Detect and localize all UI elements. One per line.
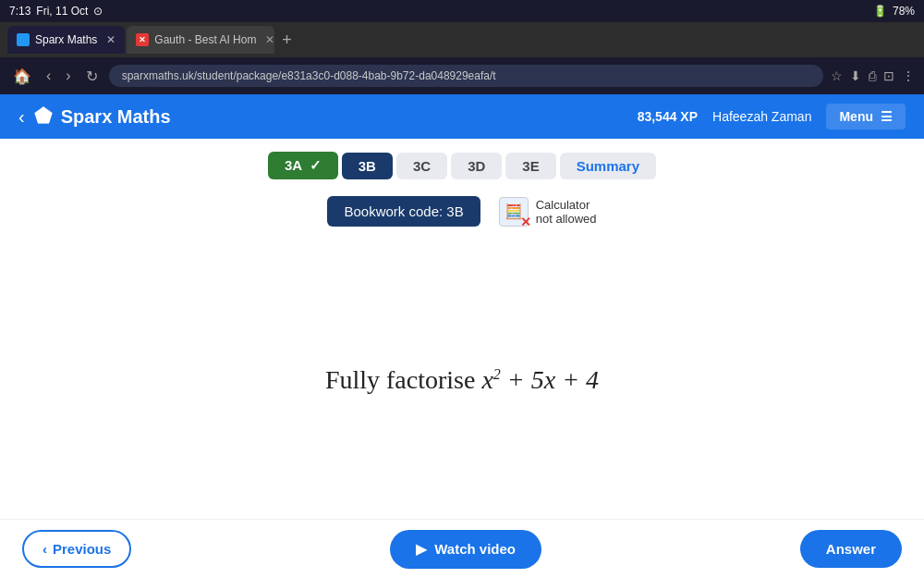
bookwork-code: Bookwork code: 3B (327, 196, 480, 227)
menu-button[interactable]: Menu ☰ (826, 104, 906, 129)
tab-sparx[interactable]: Sparx Maths ✕ (7, 26, 125, 54)
tab-3c[interactable]: 3C (396, 153, 447, 179)
prev-chevron-icon: ‹ (43, 541, 47, 557)
gauth-favicon: ✕ (136, 33, 149, 46)
logo-icon: ⬟ (34, 105, 52, 129)
status-circle-icon: ⊙ (93, 5, 103, 18)
back-button[interactable]: ‹ (18, 106, 25, 128)
xp-badge: 83,544 XP (638, 109, 698, 124)
battery-icon: 🔋 (873, 5, 887, 18)
nav-forward-button[interactable]: › (62, 64, 74, 88)
browser-tab-bar: Sparx Maths ✕ ✕ Gauth - Best AI Hom ✕ + (0, 22, 924, 57)
user-name: Hafeezah Zaman (712, 109, 811, 124)
status-bar: 7:13 Fri, 11 Oct ⊙ 🔋 78% (0, 0, 924, 22)
math-expression: x2 + 5x + 4 (481, 365, 599, 394)
bookwork-area: Bookwork code: 3B 🧮 ✕ Calculator not all… (0, 187, 924, 241)
tab-3d[interactable]: 3D (451, 153, 502, 179)
previous-button[interactable]: ‹ Previous (22, 530, 131, 568)
translate-icon[interactable]: ⎙ (869, 68, 876, 83)
account-icon[interactable]: ⊡ (883, 68, 894, 83)
browser-actions: ☆ ⬇ ⎙ ⊡ ⋮ (831, 68, 915, 83)
menu-label: Menu (839, 109, 873, 124)
tab-3b[interactable]: 3B (342, 153, 393, 179)
tab-gauth-close[interactable]: ✕ (265, 33, 274, 46)
sparx-favicon (17, 33, 30, 46)
nav-back-button[interactable]: ‹ (43, 64, 55, 88)
tab-3e[interactable]: 3E (505, 153, 555, 179)
logo-title: Sparx Maths (61, 106, 171, 128)
bottom-nav: ‹ Previous ▶ Watch video Answer (0, 519, 924, 578)
question-prefix: Fully factorise (325, 365, 482, 394)
watch-label: Watch video (434, 541, 516, 557)
tab-sparx-label: Sparx Maths (35, 33, 97, 46)
previous-label: Previous (53, 541, 111, 557)
video-icon: ▶ (416, 541, 427, 558)
calculator-notice: 🧮 ✕ Calculator not allowed (499, 197, 597, 227)
address-input[interactable] (109, 65, 823, 87)
tab-summary[interactable]: Summary (560, 153, 656, 179)
app-content: ‹ ⬟ Sparx Maths 83,544 XP Hafeezah Zaman… (0, 94, 924, 578)
address-bar: 🏠 ‹ › ↻ ☆ ⬇ ⎙ ⊡ ⋮ (0, 57, 924, 94)
tab-3a[interactable]: 3A ✓ (268, 152, 338, 179)
nav-home-button[interactable]: 🏠 (9, 64, 35, 89)
tab-sparx-close[interactable]: ✕ (106, 33, 116, 46)
header-right: 83,544 XP Hafeezah Zaman Menu ☰ (638, 104, 906, 129)
menu-icon: ☰ (881, 109, 893, 124)
status-day: Fri, 11 Oct (36, 5, 88, 18)
answer-label: Answer (826, 541, 876, 557)
battery-level: 78% (893, 5, 915, 18)
question-area: Fully factorise x2 + 5x + 4 (0, 241, 924, 519)
calculator-icon: 🧮 ✕ (499, 197, 529, 227)
bookmark-icon[interactable]: ☆ (831, 68, 843, 83)
checkmark-icon: ✓ (310, 157, 322, 173)
sparx-header: ‹ ⬟ Sparx Maths 83,544 XP Hafeezah Zaman… (0, 94, 924, 139)
tab-gauth-label: Gauth - Best AI Hom (154, 33, 256, 46)
tab-gauth[interactable]: ✕ Gauth - Best AI Hom ✕ (127, 26, 274, 54)
not-allowed-label: not allowed (536, 212, 597, 226)
nav-refresh-button[interactable]: ↻ (82, 64, 102, 89)
more-icon[interactable]: ⋮ (902, 68, 915, 83)
calculator-text: Calculator not allowed (536, 198, 597, 226)
sparx-logo: ⬟ Sparx Maths (34, 105, 171, 129)
status-time: 7:13 (9, 5, 30, 18)
task-tab-nav: 3A ✓ 3B 3C 3D 3E Summary (0, 139, 924, 187)
calculator-label: Calculator (536, 198, 597, 212)
answer-button[interactable]: Answer (800, 530, 902, 568)
tabs-container: Sparx Maths ✕ ✕ Gauth - Best AI Hom ✕ + (7, 26, 917, 54)
watch-video-button[interactable]: ▶ Watch video (390, 530, 541, 569)
no-calc-x: ✕ (520, 215, 531, 229)
question-text: Fully factorise x2 + 5x + 4 (325, 365, 599, 395)
new-tab-button[interactable]: + (276, 31, 298, 50)
download-icon[interactable]: ⬇ (850, 68, 861, 83)
